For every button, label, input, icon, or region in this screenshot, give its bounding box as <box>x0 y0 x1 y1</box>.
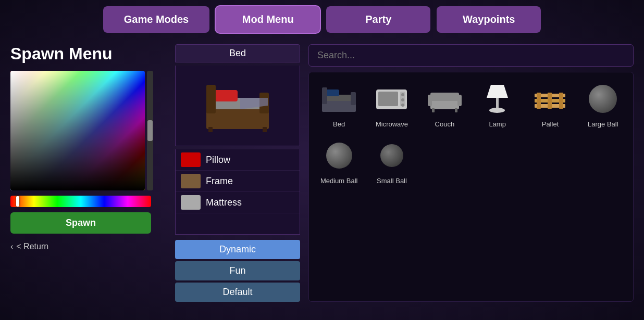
hue-slider-thumb <box>16 196 19 207</box>
svg-point-17 <box>401 98 404 101</box>
middle-panel: Bed <box>175 44 300 302</box>
color-picker-area <box>10 71 167 190</box>
grid-item-bed[interactable]: Bed <box>314 78 364 131</box>
top-nav: Game Modes Mod Menu Party Waypoints <box>0 0 644 39</box>
large-ball-label: Large Ball <box>588 120 618 128</box>
bed-label: Bed <box>333 120 345 128</box>
part-item-frame[interactable]: Frame <box>176 171 300 192</box>
right-panel: Bed Microwave <box>308 44 634 302</box>
medium-ball-icon <box>318 137 360 174</box>
lamp-label: Lamp <box>489 120 506 128</box>
return-icon: ‹ <box>10 242 13 251</box>
item-preview-area <box>175 66 300 146</box>
part-item-pillow[interactable]: Pillow <box>176 149 300 171</box>
nav-mod-menu[interactable]: Mod Menu <box>216 6 320 33</box>
nav-party[interactable]: Party <box>326 6 430 33</box>
svg-rect-31 <box>537 93 541 109</box>
bed-icon <box>318 81 360 117</box>
microwave-icon <box>371 81 413 117</box>
svg-rect-23 <box>432 108 435 112</box>
svg-rect-19 <box>430 100 459 109</box>
main-content: Spawn Menu Spawn <box>0 39 644 307</box>
spawn-button[interactable]: Spawn <box>10 212 151 234</box>
hue-slider-row <box>10 196 151 207</box>
svg-point-27 <box>489 108 505 113</box>
couch-icon <box>424 81 465 117</box>
grid-item-microwave[interactable]: Microwave <box>367 78 416 131</box>
svg-rect-3 <box>206 85 216 113</box>
part-mattress-label: Mattress <box>206 197 242 208</box>
part-item-mattress[interactable]: Mattress <box>176 192 300 213</box>
svg-rect-11 <box>322 87 327 104</box>
svg-rect-26 <box>496 98 499 109</box>
hue-slider[interactable] <box>10 196 151 207</box>
part-pillow-label: Pillow <box>206 155 230 165</box>
color-picker-scrollbar-thumb <box>147 120 153 141</box>
mode-dynamic[interactable]: Dynamic <box>175 240 300 259</box>
pillow-color-swatch <box>181 152 201 167</box>
large-ball-shape <box>589 85 617 113</box>
svg-point-18 <box>401 104 404 107</box>
frame-color-swatch <box>181 174 201 188</box>
pallet-icon <box>529 81 571 117</box>
small-ball-icon <box>371 137 413 174</box>
svg-rect-14 <box>378 92 398 106</box>
nav-waypoints[interactable]: Waypoints <box>437 6 541 33</box>
color-picker-square[interactable] <box>10 71 145 190</box>
svg-point-16 <box>401 93 404 96</box>
bed-preview-svg <box>201 77 274 134</box>
mattress-color-swatch <box>181 195 201 210</box>
svg-rect-33 <box>559 93 563 109</box>
svg-rect-21 <box>428 95 432 106</box>
mode-fun[interactable]: Fun <box>175 261 300 280</box>
svg-rect-7 <box>263 127 267 132</box>
spawn-menu-title: Spawn Menu <box>10 44 167 63</box>
svg-rect-24 <box>455 108 457 112</box>
medium-ball-shape <box>326 143 352 169</box>
svg-rect-32 <box>548 93 552 109</box>
svg-marker-25 <box>487 85 508 98</box>
return-label: < Return <box>16 242 48 251</box>
grid-item-small-ball[interactable]: Small Ball <box>367 134 416 188</box>
small-ball-label: Small Ball <box>377 177 407 185</box>
mode-default[interactable]: Default <box>175 283 300 302</box>
grid-item-couch[interactable]: Couch <box>420 78 469 131</box>
return-button[interactable]: ‹ < Return <box>10 239 167 254</box>
pallet-label: Pallet <box>542 120 559 128</box>
lamp-icon <box>477 81 518 117</box>
color-picker-scrollbar[interactable] <box>147 71 153 190</box>
grid-item-pallet[interactable]: Pallet <box>525 78 575 131</box>
left-panel: Spawn Menu Spawn <box>10 44 167 302</box>
microwave-label: Microwave <box>376 120 408 128</box>
svg-rect-12 <box>351 92 356 105</box>
parts-list: Pillow Frame Mattress <box>175 149 300 235</box>
nav-game-modes[interactable]: Game Modes <box>103 6 209 33</box>
items-grid: Bed Microwave <box>308 72 634 302</box>
small-ball-shape <box>380 144 403 167</box>
grid-item-lamp[interactable]: Lamp <box>473 78 522 131</box>
grid-item-large-ball[interactable]: Large Ball <box>578 78 628 131</box>
item-preview-label: Bed <box>175 44 300 62</box>
svg-rect-6 <box>208 127 213 132</box>
search-input[interactable] <box>308 44 634 67</box>
svg-rect-22 <box>457 95 462 106</box>
svg-rect-20 <box>430 93 459 101</box>
part-frame-label: Frame <box>206 176 233 187</box>
large-ball-icon <box>582 81 624 117</box>
medium-ball-label: Medium Ball <box>320 177 358 185</box>
couch-label: Couch <box>435 120 455 128</box>
grid-item-medium-ball[interactable]: Medium Ball <box>314 134 364 188</box>
mode-buttons: Dynamic Fun Default <box>175 240 300 302</box>
